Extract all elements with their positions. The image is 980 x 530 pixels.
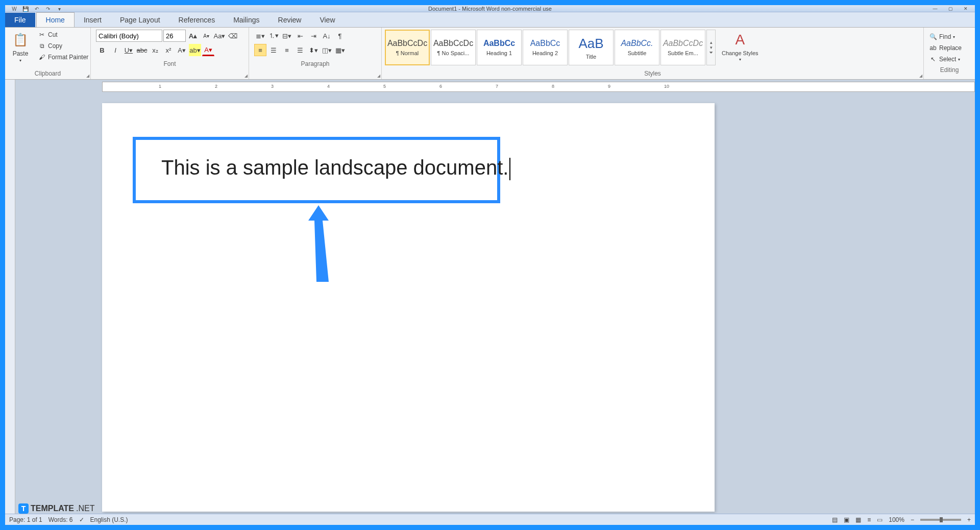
style-name: Subtitle bbox=[628, 50, 647, 56]
tab-file[interactable]: File bbox=[5, 13, 35, 27]
copy-button[interactable]: ⧉ Copy bbox=[37, 41, 89, 51]
maximize-button[interactable]: ▢ bbox=[943, 5, 958, 12]
close-button[interactable]: ✕ bbox=[959, 5, 973, 12]
find-button[interactable]: 🔍 Find ▾ bbox=[928, 32, 971, 42]
grow-font-button[interactable]: A▴ bbox=[187, 30, 199, 42]
document-area: 1 2 3 4 5 6 7 8 9 10 This is a sample la… bbox=[5, 80, 975, 514]
font-size-select[interactable] bbox=[163, 30, 186, 42]
redo-icon[interactable]: ↷ bbox=[44, 5, 52, 12]
style-heading2[interactable]: AaBbCc Heading 2 bbox=[523, 30, 568, 65]
tab-view[interactable]: View bbox=[310, 13, 344, 27]
styles-more-button[interactable]: ▴ ▾ ⏷ bbox=[706, 30, 716, 65]
tab-review[interactable]: Review bbox=[269, 13, 311, 27]
multilevel-list-button[interactable]: ⊟▾ bbox=[281, 30, 293, 42]
superscript-button[interactable]: x² bbox=[162, 44, 175, 56]
decrease-indent-button[interactable]: ⇤ bbox=[294, 30, 306, 42]
align-left-button[interactable]: ≡ bbox=[254, 44, 266, 56]
text-cursor bbox=[509, 158, 510, 180]
zoom-in-button[interactable]: + bbox=[967, 516, 971, 523]
app-window: W 💾 ↶ ↷ ▾ Document1 - Microsoft Word non… bbox=[5, 5, 975, 525]
paste-button[interactable]: 📋 Paste ▾ bbox=[7, 29, 34, 65]
line-spacing-button[interactable]: ⬍▾ bbox=[307, 44, 320, 56]
style-title[interactable]: AaB Title bbox=[569, 30, 614, 65]
styles-gallery[interactable]: AaBbCcDc ¶ Normal AaBbCcDc ¶ No Spaci...… bbox=[384, 29, 717, 66]
show-hide-button[interactable]: ¶ bbox=[334, 30, 346, 42]
zoom-slider[interactable] bbox=[920, 519, 961, 521]
font-name-select[interactable] bbox=[96, 30, 162, 42]
status-words[interactable]: Words: 6 bbox=[48, 516, 73, 523]
group-styles: AaBbCcDc ¶ Normal AaBbCcDc ¶ No Spaci...… bbox=[382, 28, 924, 79]
navigation-strip[interactable] bbox=[5, 80, 15, 514]
tab-home[interactable]: Home bbox=[36, 12, 75, 27]
sort-button[interactable]: A↓ bbox=[321, 30, 333, 42]
format-painter-button[interactable]: 🖌 Format Painter bbox=[37, 52, 89, 62]
font-launcher-icon[interactable]: ◢ bbox=[244, 74, 248, 78]
watermark: T TEMPLATE.NET bbox=[18, 503, 94, 514]
view-full-screen-icon[interactable]: ▣ bbox=[844, 516, 849, 523]
shrink-font-button[interactable]: A▾ bbox=[200, 30, 212, 42]
font-color-button[interactable]: A▾ bbox=[202, 44, 214, 56]
save-icon[interactable]: 💾 bbox=[21, 5, 30, 12]
tab-mailings[interactable]: Mailings bbox=[224, 13, 268, 27]
styles-launcher-icon[interactable]: ◢ bbox=[919, 74, 922, 78]
increase-indent-button[interactable]: ⇥ bbox=[307, 30, 320, 42]
strikethrough-button[interactable]: abc bbox=[136, 44, 148, 56]
zoom-level[interactable]: 100% bbox=[889, 516, 904, 523]
style-name: Subtle Em... bbox=[668, 50, 698, 56]
group-paragraph: ≣▾ ⒈▾ ⊟▾ ⇤ ⇥ A↓ ¶ ≡ ☰ ≡ ☰ ⬍▾ ◫▾ ▦▾ bbox=[249, 28, 382, 79]
view-outline-icon[interactable]: ≡ bbox=[867, 516, 871, 523]
style-no-spacing[interactable]: AaBbCcDc ¶ No Spaci... bbox=[431, 30, 476, 65]
minimize-button[interactable]: — bbox=[928, 5, 942, 12]
select-button[interactable]: ↖ Select ▾ bbox=[928, 54, 971, 64]
numbering-button[interactable]: ⒈▾ bbox=[267, 30, 280, 42]
bullets-button[interactable]: ≣▾ bbox=[254, 30, 266, 42]
italic-button[interactable]: I bbox=[109, 44, 121, 56]
qat-dropdown-icon[interactable]: ▾ bbox=[55, 5, 63, 12]
change-styles-button[interactable]: A Change Styles ▾ bbox=[718, 29, 763, 64]
status-page[interactable]: Page: 1 of 1 bbox=[9, 516, 42, 523]
change-case-button[interactable]: Aa▾ bbox=[213, 30, 226, 42]
clear-formatting-button[interactable]: ⌫ bbox=[227, 30, 239, 42]
style-subtle-emphasis[interactable]: AaBbCcDc Subtle Em... bbox=[660, 30, 705, 65]
paragraph-group-label: Paragraph bbox=[251, 59, 379, 68]
select-label: Select bbox=[939, 56, 956, 63]
cut-button[interactable]: ✂ Cut bbox=[37, 30, 89, 40]
tab-page-layout[interactable]: Page Layout bbox=[111, 13, 169, 27]
justify-button[interactable]: ☰ bbox=[294, 44, 306, 56]
quick-access-toolbar: W 💾 ↶ ↷ ▾ bbox=[10, 5, 63, 12]
highlight-button[interactable]: ab▾ bbox=[189, 44, 201, 56]
annotation-arrow-icon bbox=[308, 205, 339, 287]
style-heading1[interactable]: AaBbCc Heading 1 bbox=[477, 30, 522, 65]
horizontal-ruler[interactable]: 1 2 3 4 5 6 7 8 9 10 bbox=[102, 82, 975, 92]
style-normal[interactable]: AaBbCcDc ¶ Normal bbox=[385, 30, 430, 65]
view-draft-icon[interactable]: ▭ bbox=[877, 516, 883, 523]
style-name: Title bbox=[586, 54, 596, 60]
ruler-mark: 6 bbox=[439, 84, 442, 89]
clipboard-launcher-icon[interactable]: ◢ bbox=[86, 74, 89, 78]
subscript-button[interactable]: x₂ bbox=[149, 44, 161, 56]
watermark-icon: T bbox=[18, 503, 29, 514]
align-right-button[interactable]: ≡ bbox=[281, 44, 293, 56]
undo-icon[interactable]: ↶ bbox=[33, 5, 41, 12]
bold-button[interactable]: B bbox=[96, 44, 108, 56]
align-center-button[interactable]: ☰ bbox=[267, 44, 280, 56]
document-page[interactable]: This is a sample landscape document. bbox=[102, 103, 715, 512]
style-subtitle[interactable]: AaBbCc. Subtitle bbox=[615, 30, 659, 65]
view-web-layout-icon[interactable]: ▦ bbox=[855, 516, 861, 523]
paste-dropdown-icon: ▾ bbox=[19, 58, 21, 63]
tab-insert[interactable]: Insert bbox=[75, 13, 111, 27]
zoom-out-button[interactable]: − bbox=[911, 516, 914, 523]
document-text[interactable]: This is a sample landscape document. bbox=[161, 156, 510, 180]
style-name: Heading 1 bbox=[486, 50, 512, 56]
view-print-layout-icon[interactable]: ▤ bbox=[832, 516, 838, 523]
paragraph-launcher-icon[interactable]: ◢ bbox=[377, 74, 380, 78]
shading-button[interactable]: ◫▾ bbox=[321, 44, 333, 56]
status-proofing-icon[interactable]: ✓ bbox=[79, 516, 84, 523]
text-effects-button[interactable]: A▾ bbox=[176, 44, 188, 56]
borders-button[interactable]: ▦▾ bbox=[334, 44, 346, 56]
underline-button[interactable]: U▾ bbox=[122, 44, 135, 56]
chevron-down-icon: ▾ bbox=[710, 45, 713, 50]
replace-button[interactable]: ab Replace bbox=[928, 43, 971, 53]
status-language[interactable]: English (U.S.) bbox=[90, 516, 128, 523]
tab-references[interactable]: References bbox=[169, 13, 225, 27]
